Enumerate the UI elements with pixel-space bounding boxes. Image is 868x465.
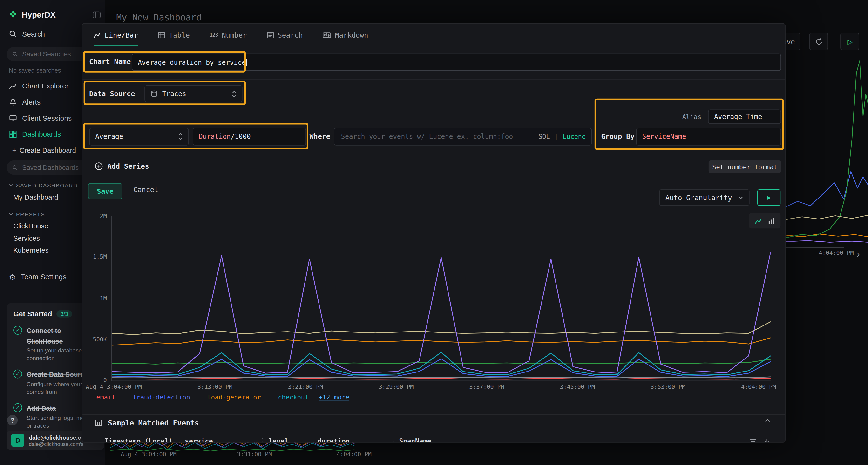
col-duration: duration (318, 437, 388, 442)
chevron-up-icon (765, 419, 771, 423)
monitor-icon (9, 114, 17, 122)
legend-more-link[interactable]: +12 more (318, 393, 349, 401)
saved-dashboards-input[interactable] (21, 163, 85, 172)
tab-search[interactable]: Search (267, 24, 303, 46)
y-tick: 0 (83, 377, 107, 384)
x-tick: 3:13:00 PM (197, 383, 232, 390)
filter-icon[interactable] (750, 438, 757, 442)
search-icon (12, 51, 18, 58)
data-source-label: Data Source (89, 90, 135, 98)
legend-item-load-generator[interactable]: —load-generator (200, 393, 261, 401)
page-title: My New Dashboard (116, 12, 202, 23)
set-number-format-button[interactable]: Set number format (709, 161, 781, 173)
alias-input[interactable]: Average Time (708, 110, 781, 124)
y-tick: 1.5M (83, 254, 107, 260)
hyperdx-app: My New Dashboard Save ▷ 4:04:00 PM › Aug… (0, 0, 868, 465)
bar-view-icon[interactable] (768, 217, 775, 224)
select-updown-icon (178, 133, 183, 140)
where-input[interactable] (340, 132, 534, 141)
x-tick: 3:37:00 PM (469, 383, 504, 390)
line-view-icon[interactable] (754, 217, 762, 224)
group-by-input[interactable]: ServiceName (636, 128, 781, 145)
tab-line-bar[interactable]: Line/Bar (94, 24, 138, 46)
data-source-select[interactable]: Traces (145, 85, 242, 102)
y-tick: 2M (83, 212, 107, 219)
group-by-label: Group By (601, 132, 634, 140)
chevron-right-icon[interactable]: › (857, 250, 860, 259)
legend-dash-icon: — (200, 393, 204, 401)
chart-display-toggle (749, 213, 780, 228)
col-spanname: SpanName (399, 437, 749, 442)
tab-number[interactable]: 123 Number (210, 24, 247, 46)
dashboards-icon (9, 130, 17, 138)
table-icon (95, 419, 102, 426)
help-button[interactable]: ? (7, 415, 18, 426)
run-dashboard-button[interactable]: ▷ (840, 33, 859, 50)
tab-markdown[interactable]: Markdown (322, 24, 368, 46)
x-tick: Aug 4 3:04:00 PM (86, 383, 142, 390)
get-started-badge: 3/3 (56, 310, 72, 318)
granularity-select[interactable]: Auto Granularity (659, 189, 749, 206)
chart-editor-modal: Line/Bar Table 123 Number Search Markdow… (82, 23, 785, 442)
refresh-button[interactable] (809, 33, 828, 50)
run-query-button[interactable]: ▶ (757, 189, 780, 206)
play-icon: ▷ (847, 37, 852, 45)
plus-icon: + (12, 146, 17, 154)
alias-label: Alias (667, 113, 702, 121)
chart-name-input[interactable]: Average duration by service (132, 54, 781, 71)
cancel-button[interactable]: Cancel (133, 185, 158, 194)
bell-icon (9, 98, 17, 106)
number-123-icon: 123 (210, 32, 218, 38)
saved-searches-search[interactable] (7, 47, 91, 61)
add-series-button[interactable]: Add Series (95, 162, 149, 170)
download-icon[interactable] (763, 438, 771, 442)
hyperdx-logo-icon: ❖ (9, 10, 18, 19)
chevron-down-icon (9, 184, 13, 187)
column-divider (393, 438, 394, 442)
brand-name: HyperDX (22, 10, 56, 19)
check-circle-icon: ✓ (13, 404, 22, 412)
legend-dash-icon: — (271, 393, 275, 401)
background-time-label: 4:04:00 PM (819, 250, 854, 256)
lucene-toggle[interactable]: Lucene (563, 133, 586, 140)
markdown-icon (322, 31, 331, 38)
x-tick: 3:53:00 PM (651, 383, 685, 390)
x-tick: 3:29:00 PM (378, 383, 413, 390)
table-icon (158, 31, 165, 38)
list-search-icon (267, 31, 274, 38)
legend-item-email[interactable]: —email (89, 393, 116, 401)
column-divider (312, 438, 312, 442)
tab-table[interactable]: Table (158, 24, 190, 46)
save-chart-button[interactable]: Save (88, 183, 122, 199)
search-icon (9, 30, 17, 38)
column-divider (262, 438, 263, 442)
legend-item-fraud-detection[interactable]: —fraud-detection (125, 393, 190, 401)
chart-name-label: Chart Name (89, 58, 131, 66)
sidebar-collapse-button[interactable] (92, 11, 100, 19)
events-table-header: Timestamp (Local) service level duration… (83, 435, 785, 442)
bottom-tick: Aug 4 3:04:00 PM (121, 451, 177, 458)
select-updown-icon (232, 90, 236, 98)
saved-dashboards-search[interactable] (7, 161, 91, 175)
line-chart-svg (112, 217, 771, 381)
line-chart-icon (94, 31, 101, 38)
x-tick: 4:04:00 PM (741, 383, 776, 390)
aggregation-select[interactable]: Average (89, 128, 189, 145)
chart-legend: —email —fraud-detection —load-generator … (89, 393, 349, 401)
sample-matched-events-header[interactable]: Sample Matched Events (83, 414, 785, 431)
panel-collapse-icon (92, 11, 100, 19)
x-tick: 3:21:00 PM (288, 383, 323, 390)
user-email: dale@clickhouse.c (29, 434, 84, 441)
saved-searches-input[interactable] (21, 50, 85, 59)
avatar: D (11, 434, 24, 447)
brand-row: ❖ HyperDX (0, 0, 105, 26)
collapse-section-button[interactable] (765, 419, 771, 423)
line-chart-plot[interactable] (111, 217, 770, 381)
legend-item-checkout[interactable]: —checkout (271, 393, 309, 401)
column-divider (179, 438, 179, 442)
plus-circle-icon (95, 162, 103, 170)
field-input[interactable]: Duration/1000 (193, 128, 306, 145)
play-icon: ▶ (767, 194, 771, 201)
sql-toggle[interactable]: SQL (538, 133, 550, 140)
check-circle-icon: ✓ (13, 370, 22, 379)
